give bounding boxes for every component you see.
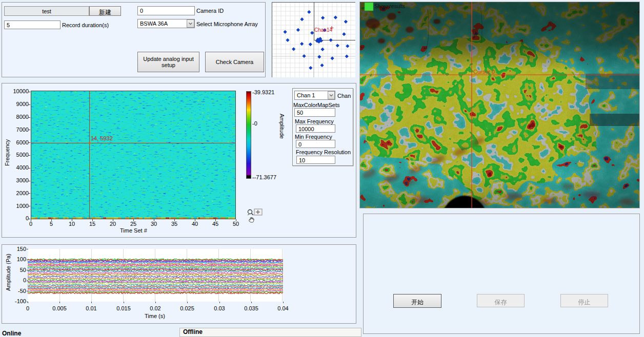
svg-text:Chan14: Chan14 (314, 27, 332, 33)
svg-text:Show results: Show results (374, 3, 405, 9)
svg-text:14, 5932: 14, 5932 (91, 135, 113, 141)
svg-text:Cursor 0: Cursor 0 (473, 69, 495, 75)
